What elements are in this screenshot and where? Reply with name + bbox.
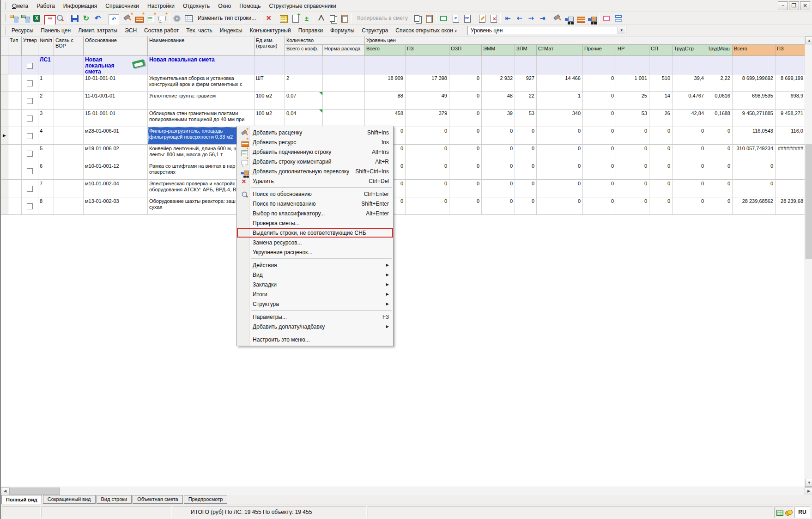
unit-cell[interactable]: 100 м2	[255, 110, 285, 127]
column-header-pl-12[interactable]: Всего	[733, 45, 776, 56]
approve-cell[interactable]	[22, 180, 38, 197]
quantity-cell[interactable]	[285, 56, 323, 74]
bop-link-cell[interactable]	[54, 92, 84, 110]
value-cell[interactable]: 0	[482, 127, 515, 145]
unit-cell[interactable]: ШТ	[255, 74, 285, 92]
value-cell[interactable]: 0	[673, 162, 706, 180]
approve-cell[interactable]	[22, 162, 38, 180]
column-header-4[interactable]: Связь с ВОР	[54, 37, 84, 56]
column-header-qty-1[interactable]: Всего с коэф.	[285, 45, 323, 56]
value-cell[interactable]: 0	[616, 145, 649, 162]
value-cell[interactable]: 9 458,271	[776, 110, 806, 127]
value-cell[interactable]: 53	[616, 110, 649, 127]
justification-cell[interactable]: м13-01-002-03	[84, 197, 148, 215]
value-cell[interactable]: 0	[706, 180, 733, 197]
indent-icon[interactable]	[526, 13, 536, 24]
value-cell[interactable]	[776, 56, 806, 74]
value-cell[interactable]: 1	[537, 92, 583, 110]
value-cell[interactable]: 0	[515, 145, 537, 162]
refresh-icon[interactable]	[81, 13, 91, 24]
value-cell[interactable]: 0	[515, 180, 537, 197]
approve-checkbox[interactable]	[27, 186, 33, 192]
value-cell[interactable]: 0	[649, 145, 673, 162]
tab-5[interactable]: Предпросмотр	[184, 495, 228, 504]
restore-row-icon[interactable]	[107, 13, 118, 24]
value-cell[interactable]	[776, 162, 806, 180]
excel-icon[interactable]	[31, 13, 42, 24]
column-header-pl-13[interactable]: ПЗ	[776, 45, 806, 56]
outdent2-icon[interactable]	[503, 13, 513, 24]
value-cell[interactable]: 0	[482, 197, 515, 215]
column-header-pl-6[interactable]: СтМат	[537, 45, 583, 56]
type-cell[interactable]	[8, 180, 22, 197]
menu-item-4[interactable]: Справочники	[101, 1, 143, 11]
value-cell[interactable]: 0	[733, 180, 776, 197]
column-header-pl-4[interactable]: ЭММ	[482, 45, 515, 56]
norm-base-icon[interactable]	[438, 13, 449, 24]
context-menu-item-5[interactable]: Добавить дополнительную перевозкуShift+C…	[237, 166, 393, 176]
context-menu-item-20[interactable]: Добавить доплату/надбавку▶	[237, 322, 393, 331]
name-cell[interactable]: Уплотнение грунта: гравием	[148, 92, 255, 110]
value-cell[interactable]: 17 398	[406, 74, 449, 92]
context-menu-item-9[interactable]: Выбор по классификатору...Alt+Enter	[237, 208, 393, 218]
context-menu-item-8[interactable]: Поиск по наименованиюShift+Enter	[237, 199, 393, 208]
justification-cell[interactable]: 11-01-001-01	[84, 92, 148, 110]
menu-item-6[interactable]: Отдохнуть	[179, 1, 214, 11]
value-cell[interactable]: 0	[449, 145, 482, 162]
value-cell[interactable]	[616, 56, 649, 74]
machines-icon[interactable]	[171, 13, 182, 24]
value-cell[interactable]: 39,4	[673, 74, 706, 92]
value-cell[interactable]: 28 239,68	[776, 197, 806, 215]
value-cell[interactable]	[583, 56, 616, 74]
undo-icon[interactable]	[92, 13, 103, 24]
row-indicator[interactable]	[1, 110, 8, 127]
column-header-pl-3[interactable]: ОЗП	[449, 45, 482, 56]
value-cell[interactable]	[482, 56, 515, 74]
status-coins-icon[interactable]	[785, 509, 792, 516]
scroll-down-button[interactable]: ▼	[805, 479, 812, 487]
panel-button-6[interactable]: Тех. часть	[182, 25, 216, 36]
combobox-arrow-icon[interactable]: ▼	[618, 27, 625, 34]
column-header-pl-5[interactable]: ЗПМ	[515, 45, 537, 56]
unit-cell[interactable]	[255, 56, 285, 74]
tree-insert-icon[interactable]	[20, 13, 30, 24]
value-cell[interactable]: 42,84	[673, 110, 706, 127]
approve-checkbox[interactable]	[27, 168, 33, 174]
value-cell[interactable]: 53	[515, 110, 537, 127]
row-indicator[interactable]	[1, 74, 8, 92]
value-cell[interactable]: 0	[706, 127, 733, 145]
menu-item-1[interactable]: Смета	[8, 1, 32, 11]
price-p-icon[interactable]	[450, 13, 461, 24]
bop-link-cell[interactable]	[54, 162, 84, 180]
context-menu-item-3[interactable]: *Добавить подчиненную строкуAlt+Ins	[237, 147, 393, 157]
value-cell[interactable]: 2 932	[482, 74, 515, 92]
context-menu-item-15[interactable]: Вид▶	[237, 270, 393, 280]
value-cell[interactable]: 0,1688	[706, 110, 733, 127]
consumption-rate-cell[interactable]	[323, 92, 365, 110]
tab-1[interactable]: Полный вид	[1, 495, 42, 504]
scroll-up-button[interactable]: ▲	[805, 37, 812, 44]
approve-cell[interactable]	[22, 145, 38, 162]
row-number-cell[interactable]: 5	[38, 145, 54, 162]
value-cell[interactable]: 28 239,68562	[733, 197, 776, 215]
quantity-cell[interactable]: 0,07	[285, 92, 323, 110]
bop-link-cell[interactable]	[54, 197, 84, 215]
value-cell[interactable]: 9 458,271885	[733, 110, 776, 127]
column-header-7[interactable]: Ед.изм. (краткая)	[255, 37, 285, 56]
row-indicator[interactable]	[1, 162, 8, 180]
value-cell[interactable]	[776, 180, 806, 197]
column-header-pl-1[interactable]: Всего	[365, 45, 406, 56]
panel-button-2[interactable]: Панель цен	[37, 25, 74, 36]
value-cell[interactable]: 379	[406, 110, 449, 127]
value-cell[interactable]: 698,9	[776, 92, 806, 110]
value-cell[interactable]: 0	[537, 127, 583, 145]
panel-button-3[interactable]: Лимит. затраты	[74, 25, 121, 36]
value-cell[interactable]: 0	[583, 180, 616, 197]
justification-cell[interactable]: 10-01-001-01	[84, 74, 148, 92]
panel-button-5[interactable]: Состав работ	[140, 25, 182, 36]
value-cell[interactable]: 0	[616, 127, 649, 145]
value-cell[interactable]	[706, 56, 733, 74]
value-cell[interactable]: #########	[776, 145, 806, 162]
panel-button-8[interactable]: Конъюнктурный	[246, 25, 295, 36]
value-cell[interactable]: 0	[449, 74, 482, 92]
